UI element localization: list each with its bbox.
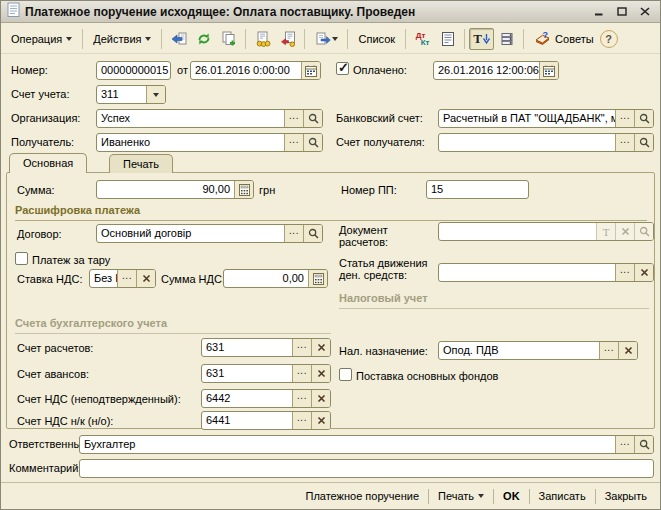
posting-result-icon bbox=[440, 31, 456, 47]
unpost-document-button[interactable] bbox=[275, 28, 300, 50]
settlement-account-clear-button[interactable] bbox=[311, 339, 330, 356]
cash-flow-item-input[interactable] bbox=[438, 263, 654, 282]
vat-rate-select-button[interactable] bbox=[117, 270, 136, 287]
cash-flow-item-select-button[interactable] bbox=[615, 264, 634, 281]
close-button[interactable]: Закрыть bbox=[596, 486, 656, 506]
bank-account-open-button[interactable] bbox=[634, 110, 653, 127]
tab-print[interactable]: Печать bbox=[109, 154, 173, 173]
clear-icon bbox=[317, 369, 326, 378]
fixed-assets-checkbox[interactable] bbox=[339, 368, 352, 381]
chevron-down-icon bbox=[478, 494, 484, 498]
help-button[interactable] bbox=[600, 30, 618, 48]
filter-by-value-button[interactable]: Т bbox=[469, 28, 494, 50]
receiver-account-select-button[interactable] bbox=[615, 134, 634, 151]
tips-button[interactable]: ? Советы bbox=[528, 28, 599, 50]
refresh-button[interactable] bbox=[191, 28, 216, 50]
bank-account-input[interactable]: Расчетный в ПАТ "ОЩАДБАНК", м.І bbox=[438, 109, 654, 128]
receiver-input[interactable]: Иваненко bbox=[96, 133, 323, 152]
responsible-select-button[interactable] bbox=[615, 436, 634, 453]
settlement-account-input[interactable]: 631 bbox=[201, 338, 331, 357]
date-calendar-button[interactable] bbox=[301, 62, 320, 79]
maximize-icon bbox=[617, 7, 627, 16]
operation-menu-button[interactable]: Операция bbox=[5, 28, 78, 50]
calculator-icon bbox=[313, 273, 324, 285]
contract-input[interactable]: Основний договір bbox=[96, 224, 323, 243]
account-dropdown-button[interactable] bbox=[146, 86, 165, 103]
tare-checkbox[interactable] bbox=[15, 252, 28, 265]
section-payment-details: Расшифровка платежа bbox=[15, 204, 647, 221]
date-input[interactable]: 26.01.2016 0:00:00 bbox=[190, 61, 321, 80]
refresh-icon bbox=[196, 31, 212, 47]
list-button[interactable]: Список bbox=[352, 28, 401, 50]
goto-menu-button[interactable] bbox=[309, 28, 343, 50]
paid-date-calendar-button[interactable] bbox=[539, 62, 558, 79]
vat-amount-input[interactable]: 0,00 bbox=[223, 269, 328, 288]
contract-select-button[interactable] bbox=[284, 225, 303, 242]
copy-button[interactable] bbox=[216, 28, 241, 50]
print-button[interactable]: Печать bbox=[429, 486, 493, 506]
minimize-button[interactable] bbox=[590, 4, 608, 19]
tax-purpose-clear-button[interactable] bbox=[618, 342, 637, 359]
receiver-open-button[interactable] bbox=[303, 134, 322, 151]
amount-input[interactable]: 90,00 bbox=[96, 180, 254, 199]
actions-menu-label: Действия bbox=[93, 33, 141, 45]
comment-label: Комментарий: bbox=[9, 462, 81, 474]
actions-menu-button[interactable]: Действия bbox=[87, 28, 157, 50]
vat-unconfirmed-account-input[interactable]: 6442 bbox=[201, 389, 331, 408]
account-select[interactable]: 311 bbox=[96, 85, 166, 104]
paid-date-input[interactable]: 26.01.2016 12:00:06 bbox=[433, 61, 559, 80]
responsible-open-button[interactable] bbox=[634, 436, 653, 453]
vat-unconfirmed-account-clear-button[interactable] bbox=[311, 390, 330, 407]
settlement-document-clear-button[interactable] bbox=[615, 223, 634, 240]
advance-account-select-button[interactable] bbox=[292, 365, 311, 382]
cash-flow-item-clear-button[interactable] bbox=[634, 264, 653, 281]
settlement-account-select-button[interactable] bbox=[292, 339, 311, 356]
paid-checkbox[interactable] bbox=[336, 62, 349, 75]
receiver-select-button[interactable] bbox=[284, 134, 303, 151]
vat-unconfirmed-account-select-button[interactable] bbox=[292, 390, 311, 407]
contract-open-button[interactable] bbox=[303, 225, 322, 242]
organization-open-button[interactable] bbox=[303, 110, 322, 127]
receiver-account-input[interactable] bbox=[438, 133, 654, 152]
vat-amount-calc-button[interactable] bbox=[308, 270, 327, 287]
settlement-document-open-button[interactable] bbox=[634, 223, 653, 240]
advance-account-clear-button[interactable] bbox=[311, 365, 330, 382]
close-window-button[interactable] bbox=[636, 4, 654, 19]
payment-order-button[interactable]: Платежное поручение bbox=[296, 486, 428, 506]
organization-label: Организация: bbox=[11, 112, 80, 124]
vat-rate-input[interactable]: Без Н bbox=[89, 269, 156, 288]
dtkt-button[interactable]: ДтКт bbox=[410, 28, 435, 50]
bank-account-select-button[interactable] bbox=[615, 110, 634, 127]
pp-number-input[interactable]: 15 bbox=[426, 180, 529, 199]
settlement-document-input[interactable] bbox=[438, 222, 654, 241]
toolbar-separator bbox=[245, 29, 246, 49]
advance-account-input[interactable]: 631 bbox=[201, 364, 331, 383]
receiver-account-open-button[interactable] bbox=[634, 134, 653, 151]
responsible-input[interactable]: Бухгалтер bbox=[79, 435, 654, 454]
vat-nk-account-input[interactable]: 6441 bbox=[201, 411, 331, 430]
post-document-button[interactable] bbox=[250, 28, 275, 50]
vat-nk-account-select-button[interactable] bbox=[292, 412, 311, 429]
organization-input[interactable]: Успех bbox=[96, 109, 323, 128]
posting-result-button[interactable] bbox=[435, 28, 460, 50]
vat-rate-clear-button[interactable] bbox=[136, 270, 155, 287]
chevron-down-icon bbox=[145, 37, 151, 41]
organization-select-button[interactable] bbox=[284, 110, 303, 127]
toolbar: Операция Действия bbox=[1, 24, 660, 54]
tab-main[interactable]: Основная bbox=[9, 153, 87, 173]
ok-button[interactable]: OK bbox=[494, 486, 529, 506]
structure-button[interactable] bbox=[494, 28, 519, 50]
comment-input[interactable] bbox=[79, 459, 654, 478]
number-input[interactable]: 00000000015 bbox=[96, 61, 171, 80]
vat-nk-account-clear-button[interactable] bbox=[311, 412, 330, 429]
bank-account-label: Банковский счет: bbox=[336, 112, 423, 124]
magnifier-icon bbox=[308, 113, 319, 124]
write-button[interactable]: Записать bbox=[530, 486, 595, 506]
vat-nk-account-label: Счет НДС н/к (н/о): bbox=[17, 415, 113, 427]
settlement-document-type-button[interactable] bbox=[596, 223, 615, 240]
amount-calc-button[interactable] bbox=[234, 181, 253, 198]
tax-purpose-select-button[interactable] bbox=[599, 342, 618, 359]
maximize-button[interactable] bbox=[613, 4, 631, 19]
save-document-button[interactable] bbox=[166, 28, 191, 50]
tax-purpose-input[interactable]: Опод. ПДВ bbox=[438, 341, 638, 360]
